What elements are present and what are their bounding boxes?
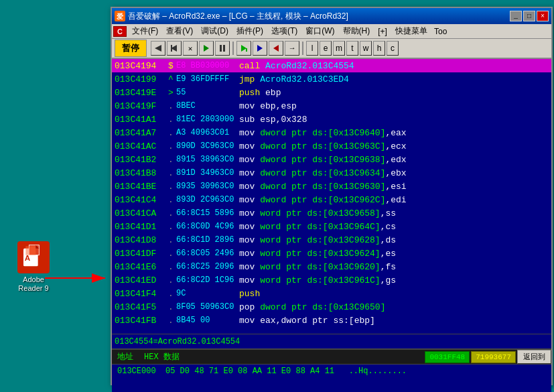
toolbar-t-btn[interactable]: t (346, 41, 358, 56)
code-line[interactable]: 013C41F4.9Cpush (112, 287, 551, 300)
toolbar-pause-btn2[interactable] (215, 41, 230, 56)
toolbar-c-btn2[interactable]: c (387, 41, 399, 56)
bottom-panel: 地址 HEX 数据 0031FF48 71993677 返回到 013CE000… (112, 348, 551, 392)
adobe-icon-svg: A (20, 244, 47, 271)
code-line[interactable]: 013C41BE.8935 30963C0mov dword ptr ds:[0… (112, 180, 551, 193)
menu-bar: C 文件(F) 查看(V) 调试(D) 插件(P) 选项(T) 窗口(W) 帮助… (112, 24, 551, 39)
menu-options[interactable]: 选项(T) (267, 24, 301, 38)
menu-debug[interactable]: 调试(D) (197, 24, 232, 38)
code-line[interactable]: 013C41CA.66:8C15 5896mov word ptr ds:[0x… (112, 206, 551, 220)
code-line[interactable]: 013C4194$E8 BB030000call AcroRd32.013C45… (112, 59, 551, 72)
menu-view[interactable]: 查看(V) (162, 24, 197, 38)
status-addr2: 71993677 (471, 351, 516, 363)
code-line[interactable]: 013C41FB.8B45 00mov eax,dword ptr ss:[eb… (112, 314, 551, 327)
code-line[interactable]: 013C41E6.66:8C25 2096mov word ptr ds:[0x… (112, 260, 551, 273)
toolbar-step-over[interactable] (253, 41, 267, 56)
svg-marker-17 (241, 45, 247, 52)
main-window: 爱 吾爱破解 – AcroRd32.exe – [LCG – 主线程, 模块 –… (111, 7, 553, 385)
toolbar-play-btn[interactable] (199, 41, 214, 56)
svg-text:爱: 爱 (117, 13, 123, 20)
code-line[interactable]: 013C41B2.8915 38963C0mov dword ptr ds:[0… (112, 153, 551, 166)
toolbar-m-btn[interactable]: m (333, 41, 345, 56)
code-status-bar: 013C4554=AcroRd32.013C4554 (112, 334, 551, 348)
svg-marker-19 (257, 45, 263, 52)
code-line[interactable]: 013C41A7.A3 40963C01mov dword ptr ds:[0x… (112, 126, 551, 139)
menu-shortcut[interactable]: 快捷菜单 (391, 24, 431, 38)
toolbar-stop-btn[interactable]: ✕ (183, 41, 198, 56)
code-line[interactable]: 013C41A1.81EC 2803000sub esp,0x328 (112, 113, 551, 126)
bottom-col-hex: HEX 数据 (139, 351, 185, 363)
svg-marker-11 (155, 45, 161, 52)
bottom-status-right: 0031FF48 71993677 返回到 (425, 350, 551, 364)
code-line[interactable]: 013C41B8.891D 34963C0mov dword ptr ds:[0… (112, 166, 551, 180)
toolbar-h-btn[interactable]: h (373, 41, 385, 56)
svg-marker-14 (204, 45, 209, 52)
code-line[interactable]: 013C4199^E9 36FDFFFFjmp AcroRd32.013C3ED… (112, 72, 551, 86)
toolbar-e-btn[interactable]: e (320, 41, 332, 56)
bottom-data-row: 013CE000 05 D0 48 71 E0 08 AA 11 E0 88 A… (112, 365, 551, 378)
svg-marker-5 (25, 246, 36, 255)
status-addr1: 0031FF48 (425, 351, 470, 363)
toolbar: 暂停 ✕ → (112, 39, 551, 59)
c-button[interactable]: C (113, 26, 127, 37)
code-view[interactable]: 013C4194$E8 BB030000call AcroRd32.013C45… (112, 59, 551, 334)
code-line[interactable]: 013C41DF.66:8C05 2496mov word ptr ds:[0x… (112, 247, 551, 260)
toolbar-back-btn[interactable] (151, 41, 165, 56)
app-icon: 爱 (115, 11, 125, 21)
toolbar-prev-btn[interactable] (167, 41, 182, 56)
menu-file[interactable]: 文件(F) (128, 24, 162, 38)
arrow-indicator (42, 268, 122, 288)
code-line[interactable]: 013C41AC.890D 3C963C0mov dword ptr ds:[0… (112, 139, 551, 153)
code-line[interactable]: 013C419F.8BECmov ebp,esp (112, 99, 551, 113)
code-status-text: 013C4554=AcroRd32.013C4554 (115, 337, 240, 346)
minimize-button[interactable]: _ (510, 11, 522, 21)
code-line[interactable]: 013C41ED.66:8C2D 1C96mov word ptr ds:[0x… (112, 273, 551, 287)
return-to-button[interactable]: 返回到 (517, 350, 551, 364)
svg-rect-16 (223, 45, 225, 52)
svg-rect-15 (220, 45, 222, 52)
code-line[interactable]: 013C41D1.66:8C0D 4C96mov word ptr ds:[0x… (112, 220, 551, 233)
menu-too: Too (431, 25, 449, 38)
toolbar-sep2 (302, 42, 303, 55)
menu-help[interactable]: 帮助(H) (339, 24, 374, 38)
code-line[interactable]: 013C41F5.8F05 50963C0pop dword ptr ds:[0… (112, 300, 551, 314)
maximize-button[interactable]: □ (523, 11, 535, 21)
desktop: A Adobe Reader 9 爱 (0, 0, 554, 392)
toolbar-w-btn[interactable]: w (360, 41, 372, 56)
code-line[interactable]: 013C41C4.893D 2C963C0mov dword ptr ds:[0… (112, 193, 551, 206)
bottom-col-addr: 地址 (112, 351, 139, 363)
pause-button[interactable]: 暂停 (115, 40, 147, 57)
title-bar: 爱 吾爱破解 – AcroRd32.exe – [LCG – 主线程, 模块 –… (112, 8, 551, 24)
window-title: 吾爱破解 – AcroRd32.exe – [LCG – 主线程, 模块 – A… (128, 11, 507, 22)
close-button[interactable]: × (537, 11, 549, 21)
window-controls: _ □ × (510, 11, 549, 21)
menu-plus[interactable]: [+] (374, 25, 391, 38)
bottom-header: 地址 HEX 数据 0031FF48 71993677 返回到 (112, 350, 551, 365)
code-line[interactable]: 013C419E>55push ebp (112, 86, 551, 99)
toolbar-sep1 (232, 42, 234, 55)
menu-plugin[interactable]: 插件(P) (232, 24, 267, 38)
toolbar-l-btn[interactable]: l (306, 41, 318, 56)
toolbar-step-out[interactable] (269, 41, 283, 56)
toolbar-run-to-cursor[interactable]: → (285, 41, 299, 56)
code-line[interactable]: 013C41D8.66:8C1D 2896mov word ptr ds:[0x… (112, 233, 551, 247)
toolbar-step-into[interactable] (236, 41, 251, 56)
menu-window[interactable]: 窗口(W) (301, 24, 338, 38)
svg-marker-20 (273, 45, 279, 52)
